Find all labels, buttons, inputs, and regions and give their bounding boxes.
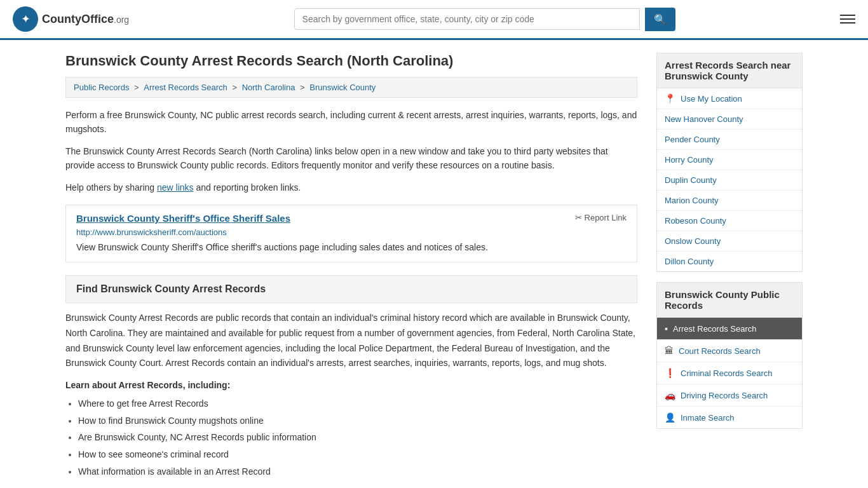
nearby-link-onslow[interactable]: Onslow County: [665, 236, 721, 246]
find-section-body: Brunswick County Arrest Records are publ…: [65, 311, 637, 371]
find-section-title: Find Brunswick County Arrest Records: [76, 283, 627, 295]
criminal-icon: ❗: [665, 368, 675, 378]
learn-item-1: How to find Brunswick County mugshots on…: [78, 412, 637, 430]
description-para3-suffix: and reporting broken links.: [194, 182, 301, 193]
search-button[interactable]: 🔍: [645, 8, 675, 31]
breadcrumb-sep1: >: [134, 83, 141, 92]
use-location-item[interactable]: 📍 Use My Location: [657, 88, 802, 109]
link-entry: Brunswick County Sheriff's Office Sherif…: [65, 205, 637, 262]
arrest-icon: ▪: [665, 323, 668, 334]
site-header: ✦ CountyOffice.org 🔍: [0, 0, 868, 40]
link-header: Brunswick County Sheriff's Office Sherif…: [76, 213, 627, 224]
location-icon: 📍: [665, 93, 675, 104]
use-location-link[interactable]: Use My Location: [681, 94, 742, 104]
search-input[interactable]: [294, 8, 640, 30]
link-title[interactable]: Brunswick County Sheriff's Office Sherif…: [76, 213, 290, 224]
learn-item-0: Where to get free Arrest Records: [78, 395, 637, 412]
nearby-link-7[interactable]: Dillon County: [657, 252, 802, 271]
pr-link-inmate[interactable]: 👤 Inmate Search: [657, 407, 802, 428]
driving-icon: 🚗: [665, 390, 675, 400]
logo-area: ✦ CountyOffice.org: [13, 6, 129, 32]
page-title: Brunswick County Arrest Records Search (…: [65, 53, 637, 69]
nearby-link-robeson[interactable]: Robeson County: [665, 216, 726, 226]
pr-link-inmate-label[interactable]: Inmate Search: [681, 413, 735, 423]
nearby-link-new-hanover[interactable]: New Hanover County: [665, 114, 743, 124]
breadcrumb: Public Records > Arrest Records Search >…: [65, 77, 637, 98]
inmate-icon: 👤: [665, 412, 675, 423]
learn-item-3: How to see someone's criminal record: [78, 446, 637, 463]
nearby-link-5[interactable]: Robeson County: [657, 211, 802, 231]
breadcrumb-sep3: >: [300, 83, 307, 92]
main-content: Brunswick County Arrest Records Search (…: [65, 53, 637, 480]
scissors-icon: ✂: [575, 213, 582, 222]
court-icon: 🏛: [665, 346, 674, 356]
pr-link-arrest[interactable]: ▪ Arrest Records Search: [657, 318, 802, 340]
new-links-link[interactable]: new links: [157, 182, 194, 193]
nearby-link-4[interactable]: Marion County: [657, 191, 802, 211]
logo-text: CountyOffice.org: [42, 13, 129, 26]
pr-link-court[interactable]: 🏛 Court Records Search: [657, 340, 802, 362]
nearby-link-horry[interactable]: Horry County: [665, 155, 714, 165]
link-desc: View Brunswick County Sheriff's Office s…: [76, 241, 627, 254]
nearby-link-marion[interactable]: Marion County: [665, 196, 719, 205]
description-para3: Help others by sharing new links and rep…: [65, 180, 637, 194]
pr-link-court-label[interactable]: Court Records Search: [679, 346, 761, 356]
breadcrumb-sep2: >: [232, 83, 239, 92]
menu-icon-bar2: [840, 18, 855, 20]
nearby-title-text: Arrest Records Search near Brunswick Cou…: [665, 60, 790, 81]
description-para3-prefix: Help others by sharing: [65, 182, 157, 193]
breadcrumb-public-records[interactable]: Public Records: [74, 83, 129, 92]
public-records-title-text: Brunswick County Public Records: [665, 289, 780, 311]
nearby-link-3[interactable]: Duplin County: [657, 170, 802, 191]
pr-label-arrest: Arrest Records Search: [673, 324, 757, 334]
learn-item-4: What information is available in an Arre…: [78, 463, 637, 480]
nearby-link-6[interactable]: Onslow County: [657, 231, 802, 252]
breadcrumb-north-carolina[interactable]: North Carolina: [242, 83, 295, 92]
breadcrumb-arrest-records[interactable]: Arrest Records Search: [144, 83, 227, 92]
description-para2: The Brunswick County Arrest Records Sear…: [65, 144, 637, 173]
menu-icon-bar3: [840, 22, 855, 24]
search-area: 🔍: [294, 8, 675, 31]
nearby-link-duplin[interactable]: Duplin County: [665, 175, 717, 185]
menu-icon-bar1: [840, 15, 855, 16]
find-section-header: Find Brunswick County Arrest Records: [65, 275, 637, 303]
public-records-section-title: Brunswick County Public Records: [656, 282, 803, 318]
link-url[interactable]: http://www.brunswicksheriff.com/auctions: [76, 227, 627, 237]
page-container: Brunswick County Arrest Records Search (…: [53, 40, 815, 488]
pr-link-criminal-label[interactable]: Criminal Records Search: [681, 369, 773, 378]
nearby-link-pender[interactable]: Pender County: [665, 135, 720, 144]
nearby-link-2[interactable]: Horry County: [657, 150, 802, 170]
pr-link-criminal[interactable]: ❗ Criminal Records Search: [657, 362, 802, 384]
report-link-label: Report Link: [585, 213, 627, 222]
nearby-link-dillon[interactable]: Dillon County: [665, 257, 714, 266]
sidebar: Arrest Records Search near Brunswick Cou…: [656, 53, 803, 480]
menu-button[interactable]: [840, 15, 855, 24]
description-para1: Perform a free Brunswick County, NC publ…: [65, 108, 637, 137]
logo-icon: ✦: [13, 6, 38, 32]
breadcrumb-brunswick-county[interactable]: Brunswick County: [309, 83, 376, 92]
nearby-links-list: 📍 Use My Location New Hanover County Pen…: [656, 88, 803, 272]
report-link-button[interactable]: ✂ Report Link: [575, 213, 627, 222]
nearby-link-0[interactable]: New Hanover County: [657, 109, 802, 130]
nearby-link-1[interactable]: Pender County: [657, 130, 802, 150]
public-records-links-list: ▪ Arrest Records Search 🏛 Court Records …: [656, 318, 803, 429]
learn-list: Where to get free Arrest Records How to …: [65, 395, 637, 480]
pr-link-driving[interactable]: 🚗 Driving Records Search: [657, 384, 802, 407]
learn-title: Learn about Arrest Records, including:: [65, 380, 637, 390]
learn-item-2: Are Brunswick County, NC Arrest Records …: [78, 429, 637, 446]
search-icon: 🔍: [654, 14, 667, 25]
logo-name: CountyOffice.org: [42, 13, 129, 25]
pr-link-driving-label[interactable]: Driving Records Search: [681, 391, 768, 400]
nearby-section-title: Arrest Records Search near Brunswick Cou…: [656, 53, 803, 88]
